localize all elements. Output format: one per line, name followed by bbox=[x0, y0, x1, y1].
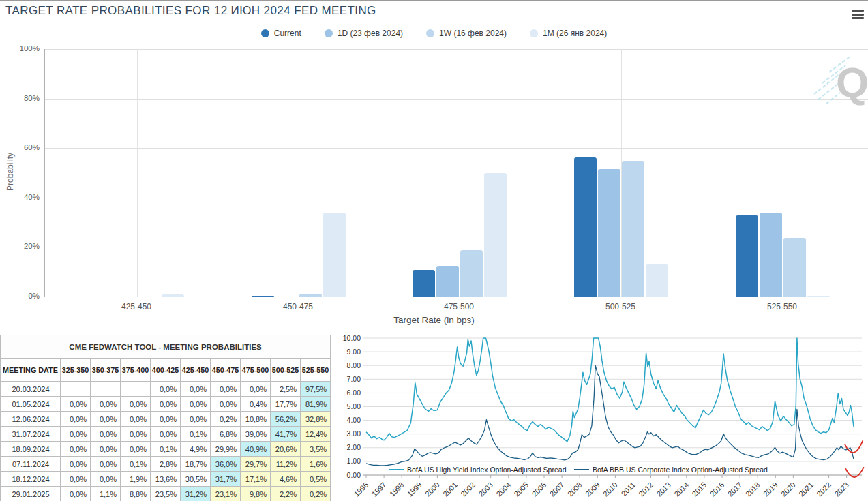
x-tick-label: 2004 bbox=[494, 481, 512, 498]
legend-dot-icon bbox=[325, 29, 333, 37]
meeting-date-cell: 12.06.2024 bbox=[1, 412, 61, 427]
table-row: 12.06.20240,0%0,0%0,0%0,0%0,0%0,2%10,8%5… bbox=[1, 412, 331, 427]
probability-cell: 9,8% bbox=[241, 487, 271, 501]
table-title: CME FEDWATCH TOOL - MEETING PROBABILITIE… bbox=[1, 335, 331, 359]
probability-cell: 0,5% bbox=[301, 472, 331, 487]
legend-item[interactable]: 1D (23 фев 2024) bbox=[325, 29, 403, 38]
x-tick-label: 450-475 bbox=[257, 302, 339, 312]
legend-item[interactable]: 1W (16 фев 2024) bbox=[426, 29, 507, 38]
meeting-date-cell: 31.07.2024 bbox=[1, 427, 61, 442]
column-header: 525-550 bbox=[301, 359, 331, 382]
y-tick-label: 6.00 bbox=[347, 389, 361, 397]
x-tick-label: 2001 bbox=[441, 481, 459, 498]
column-header: MEETING DATE bbox=[1, 359, 61, 382]
bar-1m-525-550[interactable] bbox=[807, 296, 830, 297]
probability-cell: 30,5% bbox=[181, 472, 211, 487]
probability-cell: 0,0% bbox=[181, 397, 211, 412]
x-tick-label: 2002 bbox=[459, 481, 477, 498]
probability-cell bbox=[61, 382, 91, 397]
bar-current-500-525[interactable] bbox=[574, 157, 597, 297]
probability-cell: 0,0% bbox=[121, 427, 151, 442]
probability-cell: 39,0% bbox=[241, 427, 271, 442]
meeting-date-cell: 01.05.2024 bbox=[1, 397, 61, 412]
bar-1w-425-450[interactable] bbox=[138, 297, 160, 297]
bar-1w-475-500[interactable] bbox=[460, 250, 483, 297]
bar-1d-500-525[interactable] bbox=[598, 169, 620, 297]
probability-cell: 10,8% bbox=[241, 412, 271, 427]
y-tick-label: 10.00 bbox=[343, 334, 361, 342]
bar-1w-500-525[interactable] bbox=[622, 161, 644, 297]
probability-cell: 29,9% bbox=[211, 442, 241, 457]
probability-cell: 0,0% bbox=[61, 427, 91, 442]
probability-cell: 8,8% bbox=[121, 487, 151, 501]
legend-dot-icon bbox=[530, 29, 538, 37]
bar-1m-425-450[interactable] bbox=[162, 294, 184, 297]
y-tick-label: 0.00 bbox=[347, 471, 361, 479]
y-tick-label: 9.00 bbox=[347, 348, 361, 356]
y-tick-label: 40% bbox=[1, 193, 40, 201]
x-tick-label: 2005 bbox=[513, 481, 530, 498]
probability-cell: 23,1% bbox=[211, 487, 241, 501]
bar-1d-525-550[interactable] bbox=[760, 213, 782, 297]
x-tick-label: 2012 bbox=[637, 481, 655, 498]
x-tick-label: 1998 bbox=[388, 481, 406, 498]
y-tick-label: 80% bbox=[1, 94, 40, 102]
red-squiggle-high-yield bbox=[845, 441, 863, 453]
x-tick-label: 2018 bbox=[744, 481, 762, 498]
gridline-vertical bbox=[137, 49, 138, 297]
probability-cell: 31,2% bbox=[181, 487, 211, 501]
probability-cell: 81,9% bbox=[301, 397, 331, 412]
bar-1m-450-475[interactable] bbox=[323, 213, 346, 297]
gridline-horizontal bbox=[45, 148, 868, 149]
legend-item[interactable]: 1M (26 янв 2024) bbox=[530, 29, 607, 38]
probability-cell: 0,0% bbox=[61, 412, 91, 427]
column-header: 375-400 bbox=[121, 359, 151, 382]
probability-cell: 0,0% bbox=[121, 412, 151, 427]
x-tick-label: 2020 bbox=[779, 481, 797, 498]
probability-cell: 20,6% bbox=[271, 442, 301, 457]
x-tick-label: 2006 bbox=[530, 481, 548, 498]
bar-current-525-550[interactable] bbox=[736, 215, 758, 297]
probability-cell: 2,5% bbox=[271, 382, 301, 397]
probability-cell: 0,0% bbox=[91, 397, 121, 412]
probability-cell: 0,0% bbox=[91, 412, 121, 427]
probability-cell: 13,6% bbox=[151, 472, 181, 487]
probability-cell: 0,0% bbox=[211, 382, 241, 397]
gridline-vertical bbox=[299, 49, 299, 297]
probability-cell: 0,0% bbox=[121, 442, 151, 457]
probability-cell: 2,8% bbox=[151, 457, 181, 472]
meeting-date-cell: 18.12.2024 bbox=[1, 472, 61, 487]
probability-cell: 0,0% bbox=[91, 442, 121, 457]
probability-cell: 0,0% bbox=[181, 412, 211, 427]
bar-1m-475-500[interactable] bbox=[484, 173, 507, 297]
bar-1d-450-475[interactable] bbox=[275, 297, 298, 297]
bar-1w-525-550[interactable] bbox=[783, 238, 806, 297]
y-tick-label: 2.00 bbox=[347, 443, 361, 451]
bar-chart-plot-area bbox=[44, 49, 868, 297]
bar-current-475-500[interactable] bbox=[413, 270, 435, 297]
column-header: 450-475 bbox=[211, 359, 241, 382]
bar-1m-500-525[interactable] bbox=[646, 264, 668, 297]
probability-cell: 97,5% bbox=[301, 382, 331, 397]
bar-1d-475-500[interactable] bbox=[436, 266, 459, 297]
x-tick-label: 2003 bbox=[477, 481, 494, 498]
x-tick-label: 2023 bbox=[833, 481, 850, 498]
probability-cell: 17,7% bbox=[271, 397, 301, 412]
bar-current-450-475[interactable] bbox=[252, 296, 274, 297]
bar-chart-legend: Current1D (23 фев 2024)1W (16 фев 2024)1… bbox=[0, 29, 868, 38]
gridline-horizontal bbox=[45, 198, 868, 198]
legend-label: 1W (16 фев 2024) bbox=[439, 29, 507, 38]
bar-1w-450-475[interactable] bbox=[299, 294, 322, 297]
legend-label: BofA US High Yield Index Option-Adjusted… bbox=[407, 466, 567, 474]
hamburger-menu-icon[interactable] bbox=[852, 10, 864, 19]
legend-item[interactable]: Current bbox=[261, 29, 301, 38]
legend-label: 1D (23 фев 2024) bbox=[338, 29, 403, 38]
probability-cell: 0,2% bbox=[301, 487, 331, 501]
y-tick-label: 7.00 bbox=[347, 375, 361, 383]
meeting-date-cell: 20.03.2024 bbox=[1, 382, 61, 397]
column-header: 475-500 bbox=[241, 359, 271, 382]
probability-cell: 3,5% bbox=[301, 442, 331, 457]
x-axis-title: Target Rate (in bps) bbox=[0, 315, 868, 325]
table-row: 18.12.20240,0%0,0%1,9%13,6%30,5%31,7%17,… bbox=[1, 472, 331, 487]
y-tick-label: 5.00 bbox=[347, 402, 361, 410]
